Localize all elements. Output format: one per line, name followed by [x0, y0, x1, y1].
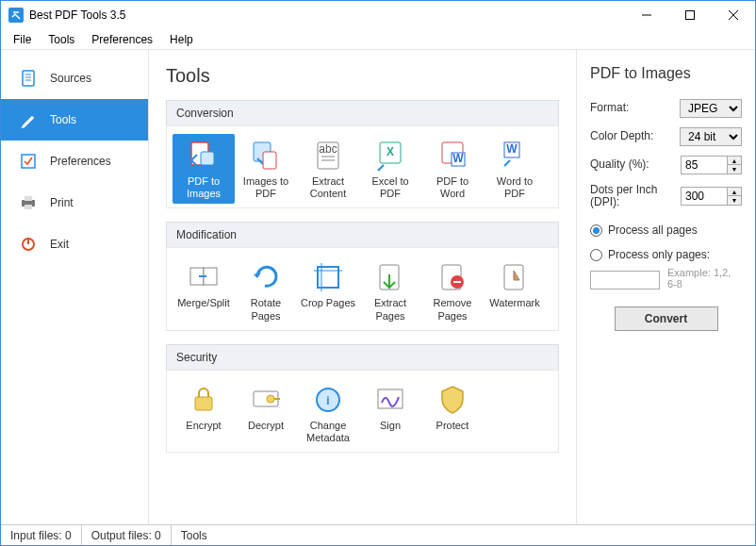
tool-pdf-to-word[interactable]: WPDF to Word — [421, 134, 484, 204]
tool-label: Merge/Split — [177, 297, 230, 309]
section-header: Modification — [166, 222, 559, 247]
tool-label: Decrypt — [248, 420, 284, 432]
sidebar-item-label: Exit — [50, 238, 69, 251]
tool-icon — [374, 261, 406, 293]
tool-label: Extract Content — [299, 175, 357, 200]
tool-label: PDF to Images — [174, 175, 233, 200]
sidebar-item-sources[interactable]: Sources — [1, 58, 148, 99]
menu-tools[interactable]: Tools — [40, 31, 83, 48]
tool-rotate-pages[interactable]: Rotate Pages — [235, 256, 297, 325]
panel-title: PDF to Images — [590, 65, 742, 82]
tool-icon: X — [374, 140, 406, 172]
sidebar-item-label: Print — [50, 196, 74, 209]
radio-only-pages[interactable]: Process only pages: — [590, 248, 742, 261]
tool-extract-pages[interactable]: Extract Pages — [359, 256, 421, 325]
tool-icon: W — [499, 140, 531, 172]
tool-label: Crop Pages — [301, 297, 355, 309]
format-label: Format: — [590, 102, 680, 114]
menubar: File Tools Preferences Help — [1, 29, 755, 50]
sidebar-item-tools[interactable]: Tools — [1, 99, 148, 141]
printer-icon — [20, 194, 37, 211]
tool-change-metadata[interactable]: iChange Metadata — [297, 378, 359, 448]
tool-icon — [188, 261, 220, 293]
dpi-input[interactable] — [681, 187, 728, 206]
right-panel: PDF to Images Format: JPEG Color Depth: … — [576, 50, 755, 524]
tool-icon — [436, 384, 468, 416]
menu-preferences[interactable]: Preferences — [83, 31, 161, 48]
radio-label: Process only pages: — [608, 248, 710, 261]
tool-icon — [188, 384, 220, 416]
tool-extract-content[interactable]: abcExtract Content — [297, 134, 359, 204]
tool-protect[interactable]: Protect — [421, 378, 484, 448]
tool-pdf-to-images[interactable]: PDF to Images — [173, 134, 235, 204]
svg-rect-10 — [25, 196, 32, 201]
dpi-spinner[interactable]: ▲▼ — [728, 187, 742, 206]
menu-file[interactable]: File — [5, 31, 40, 48]
format-select[interactable]: JPEG — [680, 99, 742, 118]
minimize-button[interactable] — [625, 1, 668, 29]
sidebar-item-label: Sources — [50, 72, 91, 85]
radio-all-pages[interactable]: Process all pages — [590, 223, 742, 237]
tool-label: Encrypt — [186, 420, 221, 432]
document-icon — [20, 70, 37, 87]
tool-icon — [312, 261, 344, 293]
svg-point-41 — [267, 395, 274, 403]
sidebar-item-print[interactable]: Print — [1, 182, 148, 223]
menu-help[interactable]: Help — [161, 31, 202, 48]
titlebar: Best PDF Tools 3.5 — [1, 1, 755, 29]
radio-label: Process all pages — [608, 223, 698, 237]
tool-encrypt[interactable]: Encrypt — [173, 378, 235, 448]
quality-input[interactable] — [681, 156, 728, 174]
tool-watermark[interactable]: Watermark — [484, 256, 546, 325]
tool-images-to-pdf[interactable]: Images to PDF — [235, 134, 297, 204]
tool-icon — [250, 261, 282, 293]
svg-rect-17 — [263, 152, 276, 169]
close-button[interactable] — [712, 1, 755, 29]
tool-sign[interactable]: Sign — [359, 378, 421, 448]
tool-decrypt[interactable]: Decrypt — [235, 378, 297, 448]
tool-label: Images to PDF — [237, 175, 295, 200]
tool-word-to-pdf[interactable]: WWord to PDF — [484, 134, 546, 204]
quality-spinner[interactable]: ▲▼ — [728, 156, 742, 174]
statusbar: Input files: 0 Output files: 0 Tools — [1, 524, 755, 545]
depth-label: Color Depth: — [590, 130, 680, 142]
tool-label: Extract Pages — [361, 297, 419, 322]
power-icon — [20, 236, 37, 253]
convert-button[interactable]: Convert — [615, 306, 718, 331]
tool-icon: abc — [312, 140, 344, 172]
sidebar: Sources Tools Preferences Print Exit — [1, 50, 149, 524]
tool-label: Watermark — [489, 297, 539, 309]
tool-excel-to-pdf[interactable]: XExcel to PDF — [359, 134, 421, 204]
pages-input[interactable] — [590, 271, 660, 290]
tool-label: Protect — [436, 420, 469, 432]
tool-crop-pages[interactable]: Crop Pages — [297, 256, 359, 325]
radio-icon — [590, 249, 602, 261]
sidebar-item-exit[interactable]: Exit — [1, 223, 148, 265]
tool-icon — [499, 261, 531, 293]
main-panel: Tools ConversionPDF to ImagesImages to P… — [149, 50, 576, 524]
depth-select[interactable]: 24 bit — [680, 127, 742, 146]
maximize-button[interactable] — [668, 1, 712, 29]
svg-text:abc: abc — [319, 142, 337, 156]
page-title: Tools — [166, 65, 559, 87]
section-body: Merge/SplitRotate PagesCrop PagesExtract… — [166, 247, 559, 330]
tool-icon — [250, 140, 282, 172]
tool-label: Remove Pages — [423, 297, 482, 322]
status-input-files: Input files: 0 — [1, 525, 82, 545]
tool-label: Change Metadata — [299, 420, 357, 444]
tool-label: Sign — [380, 420, 401, 432]
section-header: Conversion — [166, 100, 559, 125]
sidebar-item-preferences[interactable]: Preferences — [1, 141, 148, 182]
svg-rect-4 — [23, 71, 34, 86]
tool-merge-split[interactable]: Merge/Split — [173, 256, 235, 325]
svg-text:X: X — [386, 145, 394, 158]
tool-icon: W — [436, 140, 468, 172]
body: Sources Tools Preferences Print Exit Too… — [1, 50, 755, 524]
svg-rect-15 — [201, 152, 214, 165]
status-output-files: Output files: 0 — [82, 525, 172, 545]
sidebar-item-label: Tools — [50, 113, 76, 126]
tool-remove-pages[interactable]: Remove Pages — [421, 256, 484, 325]
svg-rect-39 — [195, 397, 212, 410]
tool-label: Rotate Pages — [237, 297, 295, 322]
tool-label: Excel to PDF — [361, 175, 419, 200]
